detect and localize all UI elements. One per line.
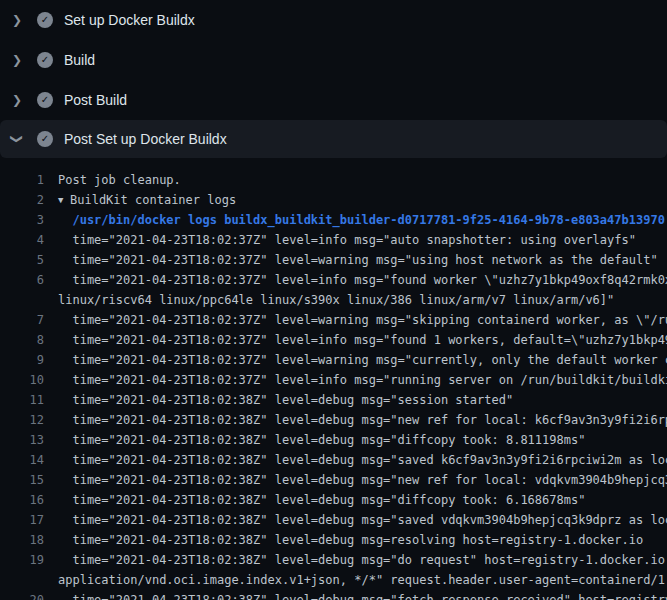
log-line-number[interactable]: 15 [0, 470, 44, 490]
log-group-collapse-triangle-icon[interactable]: ▼ [58, 190, 68, 210]
log-line-number[interactable]: 13 [0, 430, 44, 450]
log-line-number[interactable]: 8 [0, 330, 44, 350]
log-line: 2 ▼ BuildKit container logs [0, 190, 667, 210]
log-line-number[interactable]: 6 [0, 270, 44, 290]
chevron-down-icon[interactable]: ❯ [12, 133, 37, 145]
log-line-text: time="2021-04-23T18:02:38Z" level=debug … [58, 390, 513, 410]
log-line: 20 time="2021-04-23T18:02:38Z" level=deb… [0, 590, 667, 600]
log-line-number[interactable]: 2 [0, 190, 44, 210]
log-line-text: time="2021-04-23T18:02:38Z" level=debug … [58, 510, 667, 530]
log-line-text: time="2021-04-23T18:02:37Z" level=info m… [58, 330, 667, 350]
log-line-number[interactable]: 14 [0, 450, 44, 470]
log-line: 16 time="2021-04-23T18:02:38Z" level=deb… [0, 490, 667, 510]
log-line-text: linux/riscv64 linux/ppc64le linux/s390x … [58, 290, 614, 310]
step-label: Post Build [64, 92, 127, 108]
log-line-number[interactable]: 16 [0, 490, 44, 510]
log-line-text: time="2021-04-23T18:02:37Z" level=info m… [58, 230, 636, 250]
log-line: 18 time="2021-04-23T18:02:38Z" level=deb… [0, 530, 667, 550]
log-line-text: time="2021-04-23T18:02:38Z" level=debug … [58, 590, 667, 600]
log-line-number[interactable] [0, 290, 44, 310]
step-header-build[interactable]: ❯ ✓ Build [0, 40, 667, 80]
log-output: 1 Post job cleanup. 2 ▼ BuildKit contain… [0, 158, 667, 600]
log-line-number[interactable]: 9 [0, 350, 44, 370]
log-line-number[interactable]: 10 [0, 370, 44, 390]
log-line: 15 time="2021-04-23T18:02:38Z" level=deb… [0, 470, 667, 490]
log-line-number[interactable]: 5 [0, 250, 44, 270]
log-line-text: time="2021-04-23T18:02:38Z" level=debug … [58, 430, 585, 450]
log-line: 3 /usr/bin/docker logs buildx_buildkit_b… [0, 210, 667, 230]
log-line-text: time="2021-04-23T18:02:38Z" level=debug … [58, 490, 585, 510]
log-line: application/vnd.oci.image.index.v1+json,… [0, 570, 667, 590]
step-success-check-icon: ✓ [37, 131, 53, 147]
log-line-number[interactable]: 18 [0, 530, 44, 550]
log-line-text: time="2021-04-23T18:02:38Z" level=debug … [58, 470, 667, 490]
step-header-set-up-docker-buildx[interactable]: ❯ ✓ Set up Docker Buildx [0, 0, 667, 40]
log-line: 1 Post job cleanup. [0, 170, 667, 190]
log-line-text: time="2021-04-23T18:02:38Z" level=debug … [58, 410, 667, 430]
log-line-text: /usr/bin/docker logs buildx_buildkit_bui… [58, 210, 665, 230]
log-line-text: Post job cleanup. [58, 170, 181, 190]
log-line: 6 time="2021-04-23T18:02:37Z" level=info… [0, 270, 667, 290]
log-line: linux/riscv64 linux/ppc64le linux/s390x … [0, 290, 667, 310]
log-line-number[interactable]: 4 [0, 230, 44, 250]
log-line: 14 time="2021-04-23T18:02:38Z" level=deb… [0, 450, 667, 470]
log-line-text: time="2021-04-23T18:02:37Z" level=info m… [58, 370, 667, 390]
chevron-right-icon[interactable]: ❯ [12, 14, 37, 26]
step-success-check-icon: ✓ [37, 52, 53, 68]
actions-log-viewer: ❯ ✓ Set up Docker Buildx ❯ ✓ Build ❯ ✓ P… [0, 0, 667, 600]
log-line-text: time="2021-04-23T18:02:37Z" level=info m… [58, 270, 667, 290]
log-line: 9 time="2021-04-23T18:02:37Z" level=warn… [0, 350, 667, 370]
chevron-right-icon[interactable]: ❯ [12, 54, 37, 66]
log-line-text: time="2021-04-23T18:02:38Z" level=debug … [58, 550, 667, 570]
log-line: 10 time="2021-04-23T18:02:37Z" level=inf… [0, 370, 667, 390]
log-line-number[interactable]: 7 [0, 310, 44, 330]
step-label: Build [64, 52, 95, 68]
log-line-text: application/vnd.oci.image.index.v1+json,… [58, 570, 667, 590]
log-line-text: time="2021-04-23T18:02:37Z" level=warnin… [58, 250, 658, 270]
log-line: 8 time="2021-04-23T18:02:37Z" level=info… [0, 330, 667, 350]
log-line-text: BuildKit container logs [70, 190, 236, 210]
step-label: Post Set up Docker Buildx [64, 131, 227, 147]
log-line-number[interactable]: 20 [0, 590, 44, 600]
log-line-text: time="2021-04-23T18:02:37Z" level=warnin… [58, 310, 667, 330]
step-success-check-icon: ✓ [37, 92, 53, 108]
step-header-post-set-up-docker-buildx[interactable]: ❯ ✓ Post Set up Docker Buildx [0, 120, 667, 158]
log-line-number[interactable]: 3 [0, 210, 44, 230]
log-line-text: time="2021-04-23T18:02:38Z" level=debug … [58, 530, 643, 550]
log-line-number[interactable]: 11 [0, 390, 44, 410]
step-success-check-icon: ✓ [37, 12, 53, 28]
log-line: 13 time="2021-04-23T18:02:38Z" level=deb… [0, 430, 667, 450]
step-header-post-build[interactable]: ❯ ✓ Post Build [0, 80, 667, 120]
log-line-text: time="2021-04-23T18:02:37Z" level=warnin… [58, 350, 667, 370]
log-line-number[interactable] [0, 570, 44, 590]
log-line-number[interactable]: 19 [0, 550, 44, 570]
log-line: 12 time="2021-04-23T18:02:38Z" level=deb… [0, 410, 667, 430]
log-line-text: time="2021-04-23T18:02:38Z" level=debug … [58, 450, 667, 470]
log-line-number[interactable]: 1 [0, 170, 44, 190]
log-line: 11 time="2021-04-23T18:02:38Z" level=deb… [0, 390, 667, 410]
log-line: 7 time="2021-04-23T18:02:37Z" level=warn… [0, 310, 667, 330]
log-line: 17 time="2021-04-23T18:02:38Z" level=deb… [0, 510, 667, 530]
log-line-number[interactable]: 12 [0, 410, 44, 430]
log-line: 19 time="2021-04-23T18:02:38Z" level=deb… [0, 550, 667, 570]
log-line-number[interactable]: 17 [0, 510, 44, 530]
log-line: 4 time="2021-04-23T18:02:37Z" level=info… [0, 230, 667, 250]
chevron-right-icon[interactable]: ❯ [12, 94, 37, 106]
log-line: 5 time="2021-04-23T18:02:37Z" level=warn… [0, 250, 667, 270]
step-label: Set up Docker Buildx [64, 12, 195, 28]
